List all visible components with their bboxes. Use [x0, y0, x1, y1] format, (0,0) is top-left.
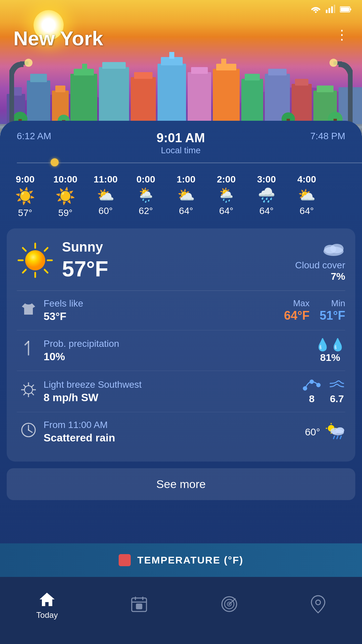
- temp-banner-label: TEMPERATURE (°F): [137, 554, 244, 566]
- svg-rect-3: [331, 6, 333, 13]
- wind-row: Light breeze Southwest 8 mp/h SW 8: [17, 371, 345, 412]
- svg-rect-4: [334, 5, 335, 13]
- more-options-button[interactable]: ⋮: [335, 27, 349, 42]
- signal-icon: [326, 4, 335, 16]
- temperature-banner: TEMPERATURE (°F): [0, 543, 362, 577]
- gust-icon: [328, 378, 345, 392]
- sunset-time: 7:48 PM: [310, 131, 345, 142]
- cloud-cover-label: Cloud cover: [295, 260, 345, 271]
- svg-rect-38: [317, 86, 334, 92]
- svg-point-115: [316, 600, 320, 605]
- hourly-forecast[interactable]: 9:00 ☀️ 57° 10:00 ☀️ 59° 11:00 ⛅ 60° 0:0…: [0, 171, 362, 222]
- min-label: Min: [320, 298, 345, 309]
- location-icon: [311, 595, 326, 613]
- time-bar: 6:12 AM 9:01 AM Local time 7:48 PM: [0, 121, 362, 159]
- status-bar: [0, 0, 362, 20]
- feels-like-label: Feels like: [44, 298, 284, 309]
- temp-color-indicator: [119, 554, 131, 566]
- current-time: 9:01 AM: [157, 131, 205, 145]
- hour-item-1: 10:00 ☀️ 59°: [50, 174, 80, 218]
- svg-rect-22: [134, 72, 153, 79]
- precip-label: Prob. precipitation: [44, 338, 315, 349]
- svg-rect-7: [350, 8, 351, 10]
- svg-line-92: [28, 430, 32, 432]
- nav-item-radar[interactable]: [221, 595, 238, 615]
- svg-point-63: [329, 59, 338, 67]
- precipitation-row: Prob. precipitation 10% 💧💧 81%: [17, 330, 345, 371]
- forecast-from-label: From 11:00 AM: [44, 420, 305, 430]
- scattered-rain-icon: [325, 421, 345, 443]
- gust-val: 6.7: [328, 393, 345, 405]
- svg-line-85: [32, 385, 34, 387]
- forecast-condition: Scattered rain: [44, 432, 305, 444]
- home-icon: [38, 591, 56, 608]
- nav-item-location[interactable]: [311, 595, 326, 616]
- svg-line-102: [337, 436, 338, 439]
- max-label: Max: [284, 298, 309, 309]
- humidity-icon: 💧💧: [315, 338, 345, 352]
- svg-line-69: [45, 270, 48, 273]
- nav-item-calendar[interactable]: 10: [130, 595, 148, 615]
- svg-rect-15: [55, 86, 65, 92]
- svg-point-0: [315, 11, 317, 13]
- feels-like-row: Feels like 53°F Max 64°F Min 51°F: [17, 291, 345, 330]
- svg-rect-25: [169, 52, 174, 59]
- sun-icon: [17, 242, 54, 279]
- condition-label: Sunny: [62, 239, 108, 255]
- svg-rect-1: [326, 10, 327, 13]
- svg-rect-20: [102, 62, 126, 69]
- svg-rect-2: [328, 8, 330, 13]
- precip-icon: [17, 340, 40, 362]
- forecast-temp: 60°: [305, 426, 320, 438]
- svg-rect-18: [82, 64, 87, 70]
- precip-value: 10%: [44, 351, 315, 363]
- hour-item-6: 3:00 🌧️ 64°: [251, 174, 282, 218]
- wind-speed-val: 8: [302, 393, 322, 405]
- svg-point-72: [25, 250, 45, 270]
- forecast-row: From 11:00 AM Scattered rain 60°: [17, 412, 345, 451]
- svg-line-86: [23, 393, 26, 395]
- see-more-button[interactable]: See more: [7, 468, 355, 500]
- timeline-dot: [51, 158, 59, 166]
- current-weather-card: Sunny 57°F Cloud cover 7%: [7, 228, 355, 462]
- svg-rect-6: [341, 7, 349, 11]
- hour-item-3: 0:00 🌦️ 62°: [131, 174, 161, 218]
- svg-line-83: [23, 385, 26, 387]
- wind-graph-icon: [302, 378, 322, 392]
- svg-marker-104: [40, 593, 55, 606]
- nav-today-label: Today: [36, 610, 58, 620]
- sunrise-time: 6:12 AM: [17, 131, 51, 142]
- svg-line-70: [45, 248, 48, 251]
- svg-rect-58: [9, 70, 14, 127]
- hour-item-5: 2:00 🌦️ 64°: [211, 174, 241, 218]
- calendar-icon: 10: [130, 595, 148, 613]
- svg-point-60: [24, 59, 33, 67]
- radar-icon: [221, 595, 238, 613]
- svg-text:10: 10: [137, 604, 141, 609]
- min-val: 51°F: [320, 309, 345, 323]
- svg-line-101: [334, 436, 335, 439]
- shirt-icon: [17, 301, 40, 321]
- wind-value: 8 mp/h SW: [44, 391, 302, 404]
- svg-rect-34: [268, 69, 287, 75]
- svg-line-103: [340, 436, 341, 439]
- clock-icon: [17, 421, 40, 443]
- svg-rect-30: [221, 59, 226, 65]
- svg-rect-36: [295, 79, 308, 86]
- nav-item-today[interactable]: Today: [36, 591, 58, 620]
- condition-temp: 57°F: [62, 256, 108, 281]
- hour-item-7: 4:00 ⛅ 64°: [292, 174, 322, 218]
- svg-rect-32: [245, 74, 260, 80]
- svg-line-84: [32, 393, 34, 395]
- svg-point-75: [330, 244, 344, 253]
- wind-label: Light breeze Southwest: [44, 379, 302, 390]
- svg-rect-27: [191, 67, 208, 74]
- wifi-icon: [310, 5, 321, 15]
- bottom-navigation: Today 10: [0, 577, 362, 644]
- hour-item-2: 11:00 ⛅ 60°: [90, 174, 121, 218]
- battery-icon: [340, 5, 352, 15]
- svg-rect-13: [30, 74, 47, 82]
- hour-item-0: 9:00 ☀️ 57°: [10, 174, 40, 218]
- feels-like-value: 53°F: [44, 310, 284, 323]
- max-val: 64°F: [284, 309, 309, 323]
